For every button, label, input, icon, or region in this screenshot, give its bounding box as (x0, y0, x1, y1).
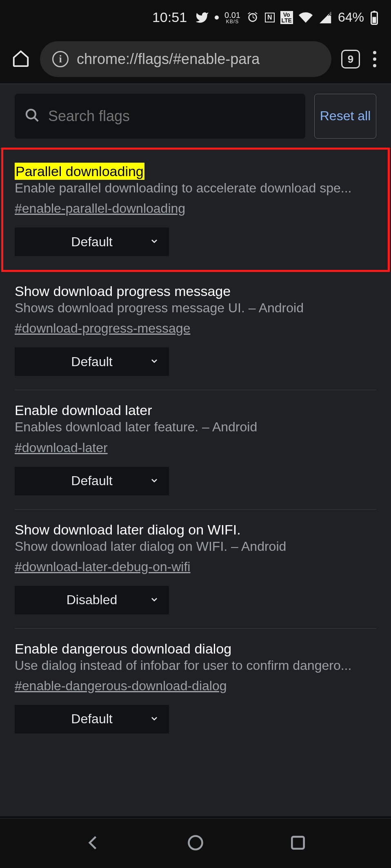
flag-select[interactable]: Default (15, 347, 169, 376)
chevron-down-icon (149, 592, 159, 607)
flag-select-value: Default (71, 234, 112, 250)
nav-recents-icon[interactable] (289, 834, 307, 853)
home-icon[interactable] (11, 49, 30, 69)
search-input[interactable] (48, 108, 295, 125)
flag-title: Enable dangerous download dialog (15, 641, 231, 656)
flag-hash-link[interactable]: #download-later (15, 440, 108, 455)
flag-hash-link[interactable]: #download-progress-message (15, 321, 190, 336)
chevron-down-icon (149, 234, 159, 250)
overflow-menu-icon[interactable] (370, 51, 380, 67)
notification-dot-icon (215, 15, 219, 20)
wifi-icon (299, 11, 313, 24)
flag-select[interactable]: Default (15, 227, 169, 256)
svg-line-5 (34, 117, 38, 121)
site-info-icon[interactable]: i (52, 51, 69, 67)
chevron-down-icon (149, 711, 159, 727)
svg-point-4 (27, 110, 36, 119)
flag-select[interactable]: Default (15, 467, 169, 495)
flag-title: Enable download later (15, 402, 152, 418)
nav-back-icon[interactable] (84, 834, 102, 853)
url-text: chrome://flags/#enable-para (77, 51, 260, 68)
reset-all-button[interactable]: Reset all (314, 94, 376, 139)
flag-description: Enable parallel downloading to accelerat… (15, 179, 376, 197)
flag-description: Shows download progress message UI. – An… (15, 299, 376, 317)
url-bar[interactable]: i chrome://flags/#enable-para (40, 41, 331, 77)
flag-download-progress-message: Show download progress message Shows dow… (15, 271, 376, 390)
flag-hash-link[interactable]: #download-later-debug-on-wifi (15, 559, 190, 574)
battery-percentage: 64% (338, 10, 364, 25)
flag-download-later: Enable download later Enables download l… (15, 390, 376, 509)
volte-icon: VoLTE (280, 11, 293, 24)
search-icon (24, 108, 40, 125)
twitter-icon (195, 11, 209, 24)
flag-hash-link[interactable]: #enable-parallel-downloading (15, 201, 185, 216)
svg-rect-2 (373, 11, 375, 13)
flag-download-later-debug-on-wifi: Show download later dialog on WIFI. Show… (15, 510, 376, 629)
flag-select-value: Default (71, 711, 112, 727)
battery-icon (370, 10, 379, 25)
flag-select-value: Disabled (67, 592, 118, 607)
browser-toolbar: i chrome://flags/#enable-para 9 (0, 35, 391, 84)
nfc-icon: N (265, 13, 275, 22)
svg-text:x: x (328, 11, 331, 17)
svg-rect-3 (373, 17, 376, 23)
android-navbar (0, 818, 391, 868)
flag-hash-link[interactable]: #enable-dangerous-download-dialog (15, 678, 227, 694)
flag-select-value: Default (71, 354, 112, 369)
flag-select-value: Default (71, 473, 112, 488)
network-speed-unit: KB/S (224, 19, 240, 24)
status-bar: 10:51 0.01 KB/S N VoLTE x 64% (0, 0, 391, 35)
svg-rect-7 (292, 837, 304, 848)
alarm-icon (246, 11, 259, 24)
flag-title: Show download later dialog on WIFI. (15, 522, 241, 537)
flag-description: Show download later dialog on WIFI. – An… (15, 538, 376, 555)
flags-list: Parallel downloading Enable parallel dow… (0, 149, 391, 747)
flag-title: Show download progress message (15, 283, 231, 299)
svg-point-6 (189, 836, 202, 849)
flag-description: Use dialog instead of infobar for user t… (15, 657, 376, 674)
flag-description: Enables download later feature. – Androi… (15, 418, 376, 436)
cellular-signal-icon: x (318, 11, 332, 24)
network-speed: 0.01 KB/S (224, 11, 240, 24)
flags-page: Reset all Parallel downloading Enable pa… (0, 84, 391, 816)
clock: 10:51 (152, 9, 187, 25)
network-speed-value: 0.01 (224, 11, 240, 19)
flag-enable-dangerous-download-dialog: Enable dangerous download dialog Use dia… (15, 629, 376, 747)
flag-select[interactable]: Disabled (15, 586, 169, 614)
flag-parallel-downloading: Parallel downloading Enable parallel dow… (2, 149, 389, 271)
search-box[interactable] (15, 94, 305, 139)
chevron-down-icon (149, 354, 159, 369)
flag-title: Parallel downloading (15, 163, 144, 180)
flag-select[interactable]: Default (15, 705, 169, 733)
search-row: Reset all (0, 84, 391, 149)
nav-home-icon[interactable] (187, 834, 204, 853)
chevron-down-icon (149, 473, 159, 488)
tab-switcher-button[interactable]: 9 (341, 50, 360, 68)
